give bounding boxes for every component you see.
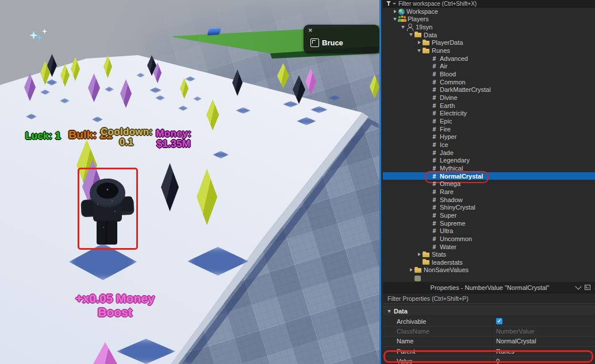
tree-item-workspace[interactable]: Workspace	[383, 7, 595, 16]
property-label: Value	[383, 357, 492, 364]
tree-item-common[interactable]: #Common	[383, 78, 595, 86]
properties-title: Properties - NumberValue "NormalCrystal"	[383, 284, 595, 291]
tree-item-uncommon[interactable]: #Uncommon	[383, 235, 595, 243]
tree-item-label: Shadow	[440, 196, 463, 203]
stat-luck: Luck: 1	[23, 131, 63, 141]
tree-item-nonsavevalues[interactable]: NonSaveValues	[383, 266, 595, 274]
property-label: Archivable	[383, 316, 492, 326]
nametag-tooltip: × Bruce	[304, 25, 379, 53]
tree-item-label: Water	[440, 243, 456, 250]
hash-icon: #	[431, 235, 438, 242]
tree-item-water[interactable]: #Water	[383, 243, 595, 251]
hash-icon: #	[431, 141, 438, 148]
tree-item-stats[interactable]: Stats	[383, 250, 595, 258]
tree-item-hyper[interactable]: #Hyper	[383, 133, 595, 141]
tree-item-label: Workspace	[406, 8, 438, 15]
tree-item-electricity[interactable]: #Electricity	[383, 110, 595, 118]
property-value[interactable]: Runes	[492, 347, 595, 356]
hash-icon: #	[431, 188, 438, 195]
tree-item-runes[interactable]: Runes	[383, 47, 595, 55]
tree-item-leaderstats[interactable]: leaderstats	[383, 258, 595, 266]
checkbox[interactable]: ✓	[496, 318, 502, 324]
tree-item-label: Epic	[440, 118, 452, 125]
tree-item-label: Runes	[432, 47, 450, 54]
hash-icon: #	[431, 86, 438, 93]
player-character[interactable]	[80, 170, 135, 246]
tree-item-legendary[interactable]: #Legendary	[383, 156, 595, 164]
tree-item-darkmattercrystal[interactable]: #DarkMatterCrystal	[383, 86, 595, 94]
tree-item-label: Omega	[440, 180, 460, 187]
tree-item-data[interactable]: Data	[383, 31, 595, 39]
property-value[interactable]: ✓	[492, 316, 595, 326]
tree-item-earth[interactable]: #Earth	[383, 102, 595, 110]
chevron-down-icon[interactable]	[393, 3, 396, 5]
chevron-right-icon[interactable]	[392, 10, 398, 13]
tree-item-shadow[interactable]: #Shadow	[383, 196, 595, 204]
hash-icon: #	[431, 118, 438, 125]
close-icon[interactable]: ×	[308, 26, 313, 34]
chevron-down-icon[interactable]	[392, 18, 398, 21]
folder-icon	[423, 251, 430, 258]
hash-icon: #	[431, 94, 438, 101]
tree-item-advanced[interactable]: #Advanced	[383, 55, 595, 63]
chevron-right-icon[interactable]	[416, 253, 422, 256]
tree-item-label: Ultra	[440, 227, 453, 234]
folder-icon	[423, 40, 430, 47]
tree-item-label: Players	[408, 16, 429, 22]
3d-viewport[interactable]: Luck: 1 Bulk: 21 Cooldown:0.1 Money:$1.3…	[0, 0, 379, 364]
properties-filter-input[interactable]	[387, 295, 592, 302]
tree-item-label: Air	[440, 63, 447, 69]
tree-item-omega[interactable]: #Omega	[383, 180, 595, 188]
tree-item-players[interactable]: Players	[383, 16, 595, 24]
tree-item-epic[interactable]: #Epic	[383, 117, 595, 125]
tree-item-label: Electricity	[440, 110, 467, 117]
tree-item-shinycrystal[interactable]: #ShinyCrystal	[383, 203, 595, 211]
chevron-down-icon[interactable]	[416, 49, 422, 52]
property-row-value: Value0	[383, 356, 595, 364]
hash-icon: #	[431, 71, 438, 78]
tree-item-label: Fire	[440, 126, 451, 133]
money-boost-label: +x0.05 MoneyBoost	[63, 292, 167, 319]
chevron-right-icon[interactable]	[416, 41, 422, 44]
tree-item-mythical[interactable]: #Mythical	[383, 164, 595, 172]
chevron-down-icon[interactable]	[400, 26, 406, 29]
stat-money: Money:$1.35M	[151, 129, 197, 149]
property-value[interactable]: 0	[492, 357, 595, 364]
section-header-data[interactable]: Data	[383, 306, 595, 316]
tree-item-super[interactable]: #Super	[383, 211, 595, 219]
hash-icon: #	[431, 133, 438, 140]
hash-icon: #	[431, 126, 438, 133]
tree-item-blood[interactable]: #Blood	[383, 70, 595, 78]
hash-icon: #	[431, 55, 438, 62]
tree-item-normalcrystal[interactable]: #NormalCrystal	[383, 172, 595, 180]
hash-icon: #	[431, 149, 438, 156]
properties-rows: Archivable✓ClassNameNumberValueNameNorma…	[383, 316, 595, 364]
tree-item-playerdata[interactable]: PlayerData	[383, 39, 595, 47]
chevron-down-icon[interactable]	[408, 33, 414, 36]
tree-item-label: NonSaveValues	[424, 266, 469, 273]
tree-item-partial[interactable]	[383, 274, 595, 282]
tree-item-19syn[interactable]: 19syn	[383, 23, 595, 31]
tree-item-divine[interactable]: #Divine	[383, 94, 595, 102]
explorer-filter-input[interactable]	[398, 1, 593, 7]
tree-item-rare[interactable]: #Rare	[383, 188, 595, 196]
tree-item-fire[interactable]: #Fire	[383, 125, 595, 133]
tree-item-air[interactable]: #Air	[383, 63, 595, 71]
undock-icon[interactable]	[585, 285, 590, 290]
tree-item-label: Ice	[440, 141, 448, 148]
tree-item-supreme[interactable]: #Supreme	[383, 219, 595, 227]
tree-item-ice[interactable]: #Ice	[383, 141, 595, 149]
property-label: Parent	[383, 347, 492, 356]
hash-icon: #	[431, 157, 438, 164]
tree-item-label: Mythical	[440, 165, 463, 172]
tree-item-jade[interactable]: #Jade	[383, 149, 595, 157]
property-value: NumberValue	[492, 327, 595, 336]
tree-item-ultra[interactable]: #Ultra	[383, 227, 595, 235]
properties-panel: Properties - NumberValue "NormalCrystal"…	[383, 282, 595, 364]
property-label: ClassName	[383, 327, 492, 336]
hash-icon: #	[431, 173, 438, 180]
filter-funnel-icon[interactable]	[386, 1, 391, 6]
chevron-down-icon[interactable]	[575, 283, 581, 289]
property-value[interactable]: NormalCrystal	[492, 336, 595, 346]
chevron-right-icon[interactable]	[408, 268, 414, 272]
